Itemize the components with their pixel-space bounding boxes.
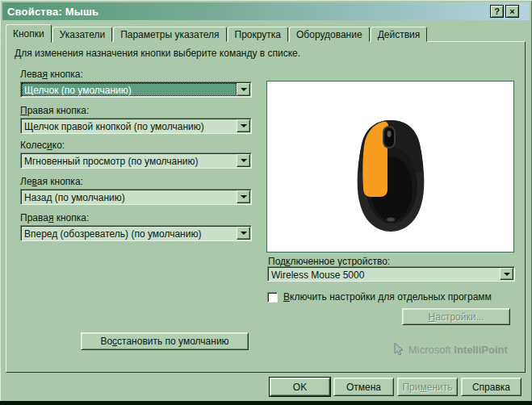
dropdown-button[interactable] <box>237 154 250 167</box>
combobox-value: Мгновенный просмотр (по умолчанию) <box>22 154 237 167</box>
per-program-settings-row: Включить настройки для отдельных програм… <box>267 291 492 303</box>
dropdown-button[interactable] <box>237 227 250 240</box>
tab-strip: Кнопки Указатели Параметры указателя Про… <box>6 23 428 42</box>
mouse-image <box>354 119 428 232</box>
help-button[interactable]: Справка <box>461 378 522 396</box>
tab-hardware[interactable]: Оборудование <box>289 27 370 42</box>
chevron-down-icon <box>504 273 510 276</box>
right-side-button-combobox[interactable]: Вперед (обозреватель) (по умолчанию) <box>20 225 252 241</box>
combobox-value: Щелчок (по умолчанию) <box>22 83 237 96</box>
combobox-value: Wireless Mouse 5000 <box>269 268 500 280</box>
chevron-down-icon <box>241 159 247 162</box>
close-icon[interactable]: × <box>505 5 519 18</box>
chevron-down-icon <box>241 124 247 127</box>
left-side-button-combobox[interactable]: Назад (по умолчанию) <box>20 189 252 205</box>
window-bottom-edge <box>0 401 532 405</box>
chevron-down-icon <box>241 195 247 198</box>
brand-product: IntelliPoint <box>454 344 507 356</box>
left-button-label: Левая кнопка: <box>20 69 83 80</box>
buttons-tab-page: Для изменения назначения кнопки выберите… <box>6 41 526 373</box>
left-button-combobox[interactable]: Щелчок (по умолчанию) <box>20 81 252 98</box>
titlebar[interactable]: Свойства: Мышь ? × <box>2 2 530 20</box>
cancel-button[interactable]: Отмена <box>333 378 394 396</box>
right-side-button-label: Правая кнопка: <box>20 212 89 223</box>
combobox-value: Щелчок правой кнопкой (по умолчанию) <box>22 119 237 132</box>
tab-wheel[interactable]: Прокрутка <box>228 27 288 42</box>
instruction-text: Для изменения назначения кнопки выберите… <box>15 48 300 59</box>
window-title: Свойства: Мышь <box>7 6 98 18</box>
combobox-value: Назад (по умолчанию) <box>22 190 237 203</box>
per-program-settings-label: Включить настройки для отдельных програм… <box>283 291 492 303</box>
mouse-preview-panel <box>266 81 514 253</box>
tab-actions[interactable]: Действия <box>371 27 428 42</box>
dropdown-button[interactable] <box>237 119 250 132</box>
left-side-button-label: Левая кнопка: <box>20 176 83 187</box>
tab-buttons[interactable]: Кнопки <box>6 24 52 43</box>
mouse-properties-dialog: Свойства: Мышь ? × Кнопки Указатели Пара… <box>0 0 532 405</box>
cursor-arrow-icon <box>393 342 404 357</box>
tab-pointers[interactable]: Указатели <box>52 27 112 42</box>
per-program-settings-checkbox[interactable] <box>267 292 278 303</box>
wheel-button-label: Колесико: <box>20 140 65 151</box>
dropdown-button[interactable] <box>237 190 250 203</box>
combobox-value: Вперед (обозреватель) (по умолчанию) <box>22 227 237 240</box>
dropdown-button[interactable] <box>500 268 513 280</box>
wheel-button-combobox[interactable]: Мгновенный просмотр (по умолчанию) <box>20 152 252 169</box>
right-button-combobox[interactable]: Щелчок правой кнопкой (по умолчанию) <box>20 118 252 134</box>
right-button-label: Правая кнопка: <box>20 105 89 116</box>
apply-button[interactable]: Применить <box>397 378 458 396</box>
chevron-down-icon <box>241 88 247 91</box>
intellipoint-branding: Microsoft IntelliPoint <box>393 342 508 357</box>
connected-device-combobox[interactable]: Wireless Mouse 5000 <box>267 266 515 282</box>
connected-device-label: Подключенное устройство: <box>268 256 390 267</box>
ok-button[interactable]: OK <box>270 378 330 396</box>
settings-button[interactable]: Настройки... <box>402 308 510 325</box>
restore-defaults-button[interactable]: Восстановить по умолчанию <box>81 332 249 350</box>
tab-pointer-options[interactable]: Параметры указателя <box>113 27 226 42</box>
brand-vendor: Microsoft <box>408 344 451 356</box>
help-icon[interactable]: ? <box>490 5 504 18</box>
dropdown-button[interactable] <box>237 83 250 96</box>
chevron-down-icon <box>241 232 247 235</box>
